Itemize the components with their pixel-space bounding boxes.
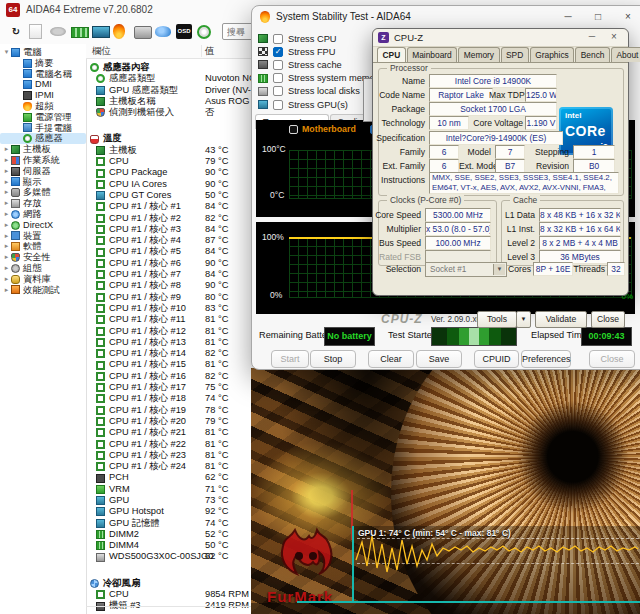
sidebar-item[interactable]: ▸ 主機板: [0, 144, 86, 155]
expander-icon[interactable]: ▸: [2, 274, 11, 285]
row-label: CPU #1 / 核心 #6: [109, 258, 181, 269]
sidebar-item[interactable]: 摘要: [0, 58, 86, 69]
tools-dropdown-button[interactable]: ▼: [516, 311, 531, 328]
cpuz-tab[interactable]: About: [611, 47, 640, 62]
minimize-button[interactable]: ─: [584, 31, 600, 44]
screen: 64 AIDA64 Extreme v7.20.6802 ↻OSD ▾ 電腦 摘…: [0, 0, 640, 614]
legend-checkbox[interactable]: [289, 125, 298, 134]
stress-checkbox[interactable]: [273, 73, 283, 83]
expander-icon[interactable]: ▸: [2, 263, 11, 274]
cpuz-tab[interactable]: SPD: [501, 47, 529, 62]
expander-icon[interactable]: ▸: [2, 198, 11, 209]
expander-icon[interactable]: ▸: [2, 187, 11, 198]
videocard-icon[interactable]: [92, 26, 110, 38]
stability-button[interactable]: Start: [271, 350, 309, 368]
sidebar-item[interactable]: ▸ 多媒體: [0, 187, 86, 198]
sidebar-item[interactable]: ▸ DirectX: [0, 220, 86, 231]
stress-checkbox[interactable]: [273, 60, 283, 70]
stability-button[interactable]: Clear: [368, 350, 414, 368]
level2-field: 8 x 2 MB + 4 x 4 MB: [539, 236, 621, 250]
expander-icon[interactable]: ▸: [2, 166, 11, 177]
cpuz-close-button[interactable]: Close: [591, 311, 625, 328]
sidebar-item-label: 資料庫: [23, 274, 51, 285]
stability-button[interactable]: CPUID: [474, 350, 519, 368]
battery-value: No battery: [324, 327, 375, 346]
sidebar-item[interactable]: ▾ 電腦: [0, 47, 86, 58]
expander-icon[interactable]: ▸: [2, 209, 11, 220]
sidebar-item-icon: [23, 102, 32, 111]
expander-icon[interactable]: ▸: [2, 285, 11, 296]
sidebar-item-icon: [11, 264, 20, 273]
gauge-icon[interactable]: [197, 25, 211, 39]
stress-checkbox[interactable]: [273, 100, 283, 110]
test-progress-indicator: [431, 327, 517, 346]
sidebar-item[interactable]: ▸ 資料庫: [0, 274, 86, 285]
stability-button[interactable]: Close: [589, 350, 635, 368]
row-value: 52 °C: [205, 529, 228, 540]
cpuz-tab[interactable]: Bench: [575, 47, 610, 62]
stress-checkbox[interactable]: [273, 86, 283, 96]
minimize-button[interactable]: ─: [554, 6, 582, 28]
sidebar-item[interactable]: 電源管理: [0, 112, 86, 123]
sidebar-item[interactable]: ▸ 顯示: [0, 177, 86, 188]
close-button[interactable]: ×: [614, 6, 640, 28]
flame-icon[interactable]: [113, 24, 125, 39]
expander-icon[interactable]: ▾: [2, 47, 11, 58]
cpuz-tab[interactable]: Memory: [458, 47, 499, 62]
stress-option-label: Stress cache: [288, 60, 342, 70]
column-field[interactable]: 欄位: [92, 45, 111, 58]
expander-icon[interactable]: ▸: [2, 252, 11, 263]
stability-button[interactable]: Stop: [310, 350, 356, 368]
cpuz-tab[interactable]: Graphics: [530, 47, 575, 62]
column-value[interactable]: 值: [205, 45, 215, 58]
sidebar-item[interactable]: 超頻: [0, 101, 86, 112]
revision-label: Revision: [525, 161, 569, 171]
memory-icon[interactable]: [71, 27, 89, 38]
osd-icon[interactable]: OSD: [176, 24, 192, 39]
stability-button[interactable]: Save: [416, 350, 462, 368]
socket-select[interactable]: Socket #1 ▼: [425, 262, 507, 277]
sidebar-item[interactable]: ▸ 裝置: [0, 231, 86, 242]
sidebar-item[interactable]: 電腦名稱: [0, 69, 86, 80]
stability-button[interactable]: Preferences: [521, 350, 571, 368]
refresh-icon[interactable]: ↻: [8, 24, 24, 39]
sidebar-item[interactable]: ▸ 伺服器: [0, 166, 86, 177]
sidebar-item[interactable]: 感應器: [0, 133, 86, 144]
devices-icon[interactable]: [50, 27, 66, 36]
row-label: CPU Package: [109, 167, 167, 178]
screenshot-icon[interactable]: [134, 26, 152, 39]
expander-icon[interactable]: ▸: [2, 177, 11, 188]
sidebar-item[interactable]: ▸ 軟體: [0, 241, 86, 252]
cpuz-tab[interactable]: CPU: [377, 47, 406, 62]
stress-checkbox[interactable]: [273, 34, 283, 44]
sidebar-item[interactable]: ▸ 安全性: [0, 252, 86, 263]
sidebar-item-label: 電腦名稱: [35, 69, 72, 80]
sidebar-item[interactable]: ▸ 作業系統: [0, 155, 86, 166]
y-axis-max: 100°C: [262, 144, 286, 154]
stress-checkbox[interactable]: [273, 47, 283, 57]
sidebar-item[interactable]: ▸ 效能測試: [0, 285, 86, 296]
expander-icon[interactable]: ▸: [2, 155, 11, 166]
sidebar-item[interactable]: IPMI: [0, 90, 86, 101]
maximize-button[interactable]: □: [584, 6, 612, 28]
sidebar-item[interactable]: ▸ 網路: [0, 209, 86, 220]
row-label: CPU #1 / 核心 #8: [109, 280, 181, 291]
close-button[interactable]: ×: [606, 31, 622, 44]
sidebar-item[interactable]: ▸ 組態: [0, 263, 86, 274]
validate-button[interactable]: Validate: [535, 311, 587, 328]
expander-icon[interactable]: ▸: [2, 220, 11, 231]
row-label: CPU GT Cores: [109, 190, 171, 201]
busspeed-field: 100.00 MHz: [425, 236, 491, 250]
sidebar-item[interactable]: ▸ 存放: [0, 198, 86, 209]
sidebar-item[interactable]: DMI: [0, 79, 86, 90]
expander-icon[interactable]: ▸: [2, 231, 11, 242]
expander-icon[interactable]: ▸: [2, 241, 11, 252]
report-icon[interactable]: [29, 24, 42, 39]
cloud-icon[interactable]: [155, 26, 171, 37]
name-label: Name: [375, 76, 425, 86]
socket-select-value: Socket #1: [430, 265, 466, 274]
sidebar-item[interactable]: 手提電腦: [0, 123, 86, 134]
cpuz-tab[interactable]: Mainboard: [407, 47, 458, 62]
tools-button[interactable]: Tools: [477, 311, 517, 328]
expander-icon[interactable]: ▸: [2, 144, 11, 155]
